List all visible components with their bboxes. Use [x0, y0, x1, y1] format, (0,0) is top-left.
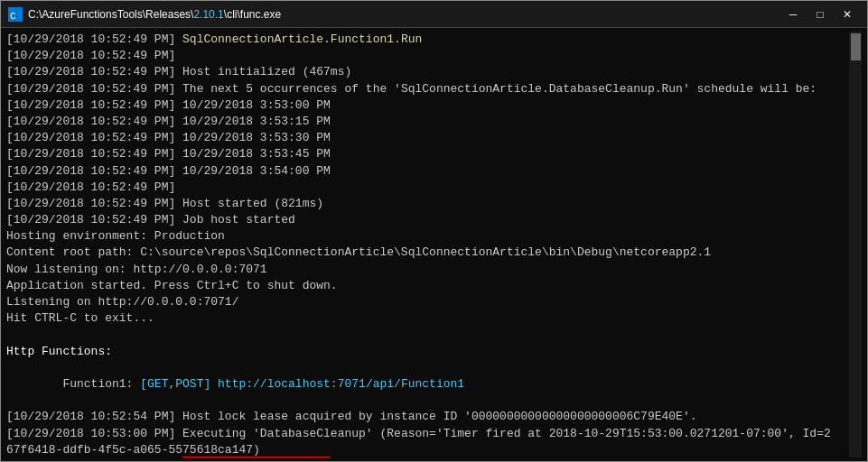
terminal-line: [10/29/2018 10:52:49 PM] Host initialize…	[6, 64, 849, 80]
title-path-suffix: \cli\func.exe	[224, 8, 281, 21]
terminal-line: Function1: [GET,POST] http://localhost:7…	[6, 376, 849, 393]
maximize-button[interactable]: □	[807, 5, 833, 24]
terminal-line: [10/29/2018 10:52:49 PM] SqlConnectionAr…	[6, 32, 849, 48]
title-path-normal: C:\AzureFunctionsTools\Releases\	[28, 8, 193, 21]
terminal-line	[6, 327, 849, 343]
terminal-line: [10/29/2018 10:52:49 PM] 10/29/2018 3:53…	[6, 146, 849, 162]
terminal-line: Hosting environment: Production	[6, 228, 849, 245]
minimize-button[interactable]: ─	[780, 5, 806, 24]
terminal-line: [10/29/2018 10:52:49 PM] 10/29/2018 3:53…	[6, 130, 849, 146]
terminal-line: Listening on http://0.0.0.0:7071/	[6, 294, 849, 310]
terminal-line: [10/29/2018 10:53:00 PM] Executing 'Data…	[6, 426, 849, 442]
terminal-line: [10/29/2018 10:52:49 PM] 10/29/2018 3:53…	[6, 114, 849, 130]
scrollbar[interactable]	[849, 32, 862, 457]
terminal-line: [10/29/2018 10:52:49 PM] Job host starte…	[6, 212, 849, 228]
title-path-version: 2.10.1	[193, 8, 223, 21]
window: C C:\AzureFunctionsTools\Releases\2.10.1…	[0, 0, 868, 462]
terminal-output[interactable]: [10/29/2018 10:52:49 PM] SqlConnectionAr…	[6, 32, 849, 457]
terminal-line: [10/29/2018 10:52:49 PM] 10/29/2018 3:54…	[6, 163, 849, 180]
title-bar: C C:\AzureFunctionsTools\Releases\2.10.1…	[1, 1, 867, 28]
terminal-line: Hit CTRL-C to exit...	[6, 310, 849, 327]
title-bar-text: C:\AzureFunctionsTools\Releases\2.10.1\c…	[28, 8, 780, 21]
terminal-line: [10/29/2018 10:52:49 PM] Host started (8…	[6, 196, 849, 212]
svg-text:C: C	[10, 11, 16, 22]
terminal-line: Application started. Press Ctrl+C to shu…	[6, 278, 849, 294]
terminal-line: [10/29/2018 10:52:49 PM]	[6, 180, 849, 196]
terminal-line: Content root path: C:\source\repos\SqlCo…	[6, 245, 849, 261]
title-bar-controls: ─ □ ✕	[780, 5, 860, 24]
terminal-line: [10/29/2018 10:52:49 PM]	[6, 48, 849, 64]
terminal-line: 67f6418-ddfb-4f5c-a065-5575618ca147)	[6, 442, 849, 457]
cmd-icon: C	[8, 7, 23, 22]
highlighted-result: 32 rows were updated	[182, 457, 331, 457]
terminal: [10/29/2018 10:52:49 PM] SqlConnectionAr…	[1, 28, 867, 461]
terminal-line: [10/29/2018 10:52:54 PM] Host lock lease…	[6, 409, 849, 425]
terminal-line: Now listening on: http://0.0.0.0:7071	[6, 262, 849, 278]
terminal-line	[6, 393, 849, 409]
close-button[interactable]: ✕	[835, 5, 860, 24]
terminal-line	[6, 360, 849, 376]
terminal-line: [10/29/2018 10:52:49 PM] 10/29/2018 3:53…	[6, 97, 849, 114]
scrollbar-thumb[interactable]	[851, 33, 861, 60]
terminal-line: Http Functions:	[6, 344, 849, 360]
terminal-line: [10/29/2018 10:52:49 PM] The next 5 occu…	[6, 81, 849, 97]
